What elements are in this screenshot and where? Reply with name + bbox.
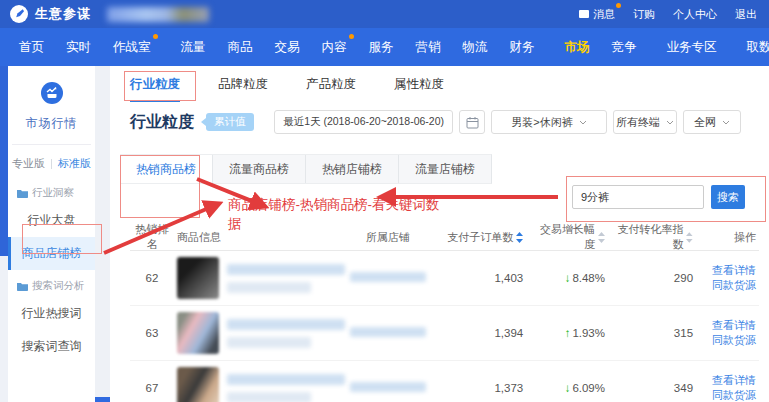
sidebar-item-hot-search-words[interactable]: 行业热搜词 (8, 297, 95, 330)
calendar-icon (466, 116, 479, 129)
subtab-hot-shop-rank[interactable]: 热销店铺榜 (306, 155, 399, 183)
terminal-dropdown[interactable]: 所有终端 (613, 110, 677, 134)
subtab-traffic-product-rank[interactable]: 流量商品榜 (213, 155, 306, 183)
nav-item-service[interactable]: 服务 (358, 39, 405, 56)
version-switch: 专业版 标准版 (8, 145, 95, 177)
blurred-shop-name (350, 327, 426, 337)
table-row: 63 1,394 ↑1.93% 315 查看详情 同款货源 (130, 306, 759, 361)
nav-item-competition[interactable]: 竞争 (601, 39, 648, 56)
table-row: 67 1,373 ↓6.09% 349 查看详情 同款货源 (130, 361, 759, 402)
subtab-traffic-shop-rank[interactable]: 流量店铺榜 (399, 155, 491, 183)
paid-suborders-value: 1,403 (438, 272, 526, 284)
product-thumbnail[interactable] (177, 312, 219, 354)
nav-item-traffic[interactable]: 流量 (170, 39, 217, 56)
actions-cell: 查看详情 同款货源 (696, 263, 759, 293)
nav-item-bizzone[interactable]: 业务专区 (656, 39, 728, 56)
topbar: 生意参谋 消息 订购 个人中心 退出 (0, 0, 769, 28)
growth-arrow: ↑ (565, 327, 571, 339)
sidebar-item-industry-overview[interactable]: 行业大盘 (8, 204, 95, 237)
account-button[interactable]: 个人中心 (673, 7, 717, 22)
brand: 生意参谋 (10, 5, 209, 23)
nav-item-finance[interactable]: 财务 (499, 39, 546, 56)
tab-industry-granularity[interactable]: 行业粒度 (130, 76, 180, 102)
version-divider (51, 159, 52, 169)
product-thumbnail[interactable] (177, 257, 219, 299)
rank-subtabs: 热销商品榜 流量商品榜 热销店铺榜 流量店铺榜 (120, 154, 492, 184)
nav-item-market[interactable]: 市场 (554, 39, 601, 56)
actions-cell: 查看详情 同款货源 (696, 318, 759, 348)
notification-dot (616, 3, 621, 8)
table-header-row: 热销排名 商品信息 所属店铺 支付子订单数 交易增长幅度 支付转化率指数 操作 (130, 224, 759, 251)
page-title: 行业粒度 (130, 112, 194, 133)
growth-arrow: ↓ (565, 272, 571, 284)
main-nav: 首页 实时 作战室 流量 商品 交易 内容 服务 营销 物流 财务 市场 竞争 … (0, 28, 769, 66)
chevron-down-icon (579, 120, 587, 125)
nav-item-marketing[interactable]: 营销 (405, 39, 452, 56)
sidebar-item-search-word-query[interactable]: 搜索词查询 (8, 330, 95, 363)
notification-dot (349, 34, 354, 39)
date-range-selector[interactable]: 最近1天 (2018-06-20~2018-06-20) (274, 110, 453, 134)
col-actions: 操作 (696, 230, 759, 245)
search-input[interactable] (572, 185, 704, 209)
blurred-shop-name (107, 7, 209, 22)
blurred-product-subtitle (227, 337, 311, 348)
product-cell (174, 367, 338, 402)
growth-arrow: ↓ (565, 382, 571, 394)
nav-item-home[interactable]: 首页 (8, 39, 55, 56)
paid-suborders-value: 1,394 (438, 327, 526, 339)
logo-icon (10, 5, 28, 23)
blurred-product-title (227, 374, 345, 385)
calendar-button[interactable] (459, 110, 485, 134)
sidebar-group-search-analysis[interactable]: 搜索词分析 (8, 270, 95, 297)
nav-item-warroom[interactable]: 作战室 (102, 39, 162, 56)
tab-product-granularity[interactable]: 产品粒度 (306, 76, 356, 102)
notification-dot (153, 34, 158, 39)
tab-standard-version[interactable]: 标准版 (58, 156, 91, 171)
sidebar-group-industry-insight[interactable]: 行业洞察 (8, 177, 95, 204)
rank-value: 63 (130, 327, 174, 339)
same-supply-link[interactable]: 同款货源 (699, 278, 756, 293)
folder-icon (17, 189, 28, 198)
view-detail-link[interactable]: 查看详情 (699, 373, 756, 388)
order-button[interactable]: 订购 (633, 7, 655, 22)
tab-brand-granularity[interactable]: 品牌粒度 (218, 76, 268, 102)
product-thumbnail[interactable] (177, 367, 219, 402)
logout-button[interactable]: 退出 (735, 7, 757, 22)
col-shop: 所属店铺 (338, 230, 439, 245)
blurred-product-title (227, 264, 345, 275)
col-growth-rate: 交易增长幅度 (526, 222, 608, 252)
same-supply-link[interactable]: 同款货源 (699, 333, 756, 348)
same-supply-link[interactable]: 同款货源 (699, 388, 756, 402)
nav-item-goods[interactable]: 商品 (217, 39, 264, 56)
nav-item-logistics[interactable]: 物流 (452, 39, 499, 56)
messages-button[interactable]: 消息 (579, 7, 615, 22)
sidebar: 市场行情 专业版 标准版 行业洞察 行业大盘 商品店铺榜 搜索词分析 行业热搜词… (8, 66, 95, 402)
topbar-right: 消息 订购 个人中心 退出 (579, 7, 757, 22)
paid-suborders-value: 1,373 (438, 382, 526, 394)
nav-item-data-fetch[interactable]: 取数 (736, 39, 769, 56)
sidebar-item-product-shop-rank[interactable]: 商品店铺榜 (8, 237, 95, 270)
growth-value: ↓8.48% (526, 272, 608, 284)
category-dropdown[interactable]: 男装>休闲裤 (491, 110, 607, 134)
actions-cell: 查看详情 同款货源 (696, 373, 759, 402)
blurred-product-subtitle (227, 392, 311, 402)
subtab-hot-product-rank[interactable]: 热销商品榜 (120, 155, 213, 183)
nav-item-contents[interactable]: 内容 (311, 39, 358, 56)
conversion-value: 290 (608, 272, 696, 284)
scope-dropdown[interactable]: 全网 (683, 110, 741, 134)
search-button[interactable]: 搜索 (711, 185, 745, 209)
product-cell (174, 312, 338, 354)
nav-item-trade[interactable]: 交易 (264, 39, 311, 56)
view-detail-link[interactable]: 查看详情 (699, 263, 756, 278)
view-detail-link[interactable]: 查看详情 (699, 318, 756, 333)
table-row: 62 1,403 ↓8.48% 290 查看详情 同款货源 (130, 251, 759, 306)
tab-pro-version[interactable]: 专业版 (12, 156, 45, 171)
main-content: 行业粒度 品牌粒度 产品粒度 属性粒度 行业粒度 累计值 最近1天 (2018-… (110, 66, 769, 402)
col-product-info: 商品信息 (174, 230, 338, 245)
tab-attribute-granularity[interactable]: 属性粒度 (394, 76, 444, 102)
col-conversion-index: 支付转化率指数 (608, 222, 696, 252)
nav-item-realtime[interactable]: 实时 (55, 39, 102, 56)
cumulative-value-badge: 累计值 (206, 113, 254, 131)
chevron-down-icon (722, 120, 730, 125)
blurred-shop-name (350, 272, 426, 282)
